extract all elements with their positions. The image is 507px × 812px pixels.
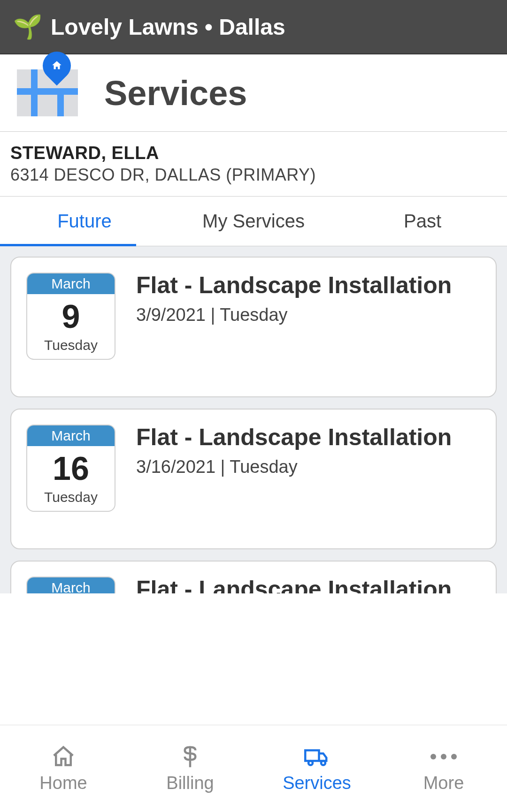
services-list[interactable]: March 9 Tuesday Flat - Landscape Install… <box>0 246 507 593</box>
brand-title: Lovely Lawns • Dallas <box>51 14 285 40</box>
nav-services-label: Services <box>283 773 351 793</box>
date-month: March <box>27 273 115 294</box>
date-day: 16 <box>27 446 115 487</box>
customer-name: STEWARD, ELLA <box>10 143 497 163</box>
date-chip: March 16 Tuesday <box>26 425 115 512</box>
date-day: 9 <box>27 294 115 335</box>
date-weekday: Tuesday <box>27 487 115 511</box>
map-pin-icon <box>17 69 78 116</box>
truck-icon <box>304 744 330 769</box>
service-info: Flat - Landscape Installation 3/16/2021 … <box>136 425 452 533</box>
service-meta: 3/16/2021 | Tuesday <box>136 457 452 477</box>
nav-home[interactable]: Home <box>0 725 127 812</box>
service-title: Flat - Landscape Installation <box>136 425 452 450</box>
service-card[interactable]: March 9 Tuesday Flat - Landscape Install… <box>10 257 497 397</box>
nav-billing[interactable]: Billing <box>127 725 254 812</box>
nav-more[interactable]: More <box>380 725 507 812</box>
service-card[interactable]: March 16 Tuesday Flat - Landscape Instal… <box>10 409 497 549</box>
svg-point-1 <box>308 761 313 765</box>
tab-my-services[interactable]: My Services <box>169 197 338 246</box>
svg-rect-0 <box>305 751 319 761</box>
tab-past[interactable]: Past <box>338 197 507 246</box>
svg-point-2 <box>321 761 325 765</box>
page-title: Services <box>104 73 247 113</box>
date-month: March <box>27 577 115 593</box>
service-card[interactable]: March 23 Tuesday Flat - Landscape Instal… <box>10 561 497 593</box>
more-icon <box>430 744 457 769</box>
nav-more-label: More <box>423 773 464 793</box>
customer-block[interactable]: STEWARD, ELLA 6314 DESCO DR, DALLAS (PRI… <box>0 131 507 197</box>
tabs: Future My Services Past <box>0 197 507 246</box>
service-info: Flat - Landscape Installation 3/23/2021 … <box>136 577 452 593</box>
service-meta: 3/9/2021 | Tuesday <box>136 305 452 325</box>
top-bar: 🌱 Lovely Lawns • Dallas <box>0 0 507 54</box>
service-info: Flat - Landscape Installation 3/9/2021 |… <box>136 273 452 381</box>
service-title: Flat - Landscape Installation <box>136 577 452 593</box>
tab-future[interactable]: Future <box>0 197 169 246</box>
date-month: March <box>27 425 115 446</box>
nav-billing-label: Billing <box>166 773 214 793</box>
page-header: Services <box>0 54 507 131</box>
date-chip: March 23 Tuesday <box>26 577 115 593</box>
date-chip: March 9 Tuesday <box>26 273 115 360</box>
service-title: Flat - Landscape Installation <box>136 273 452 298</box>
bottom-nav: Home Billing Services More <box>0 725 507 812</box>
date-weekday: Tuesday <box>27 335 115 359</box>
home-icon <box>51 744 76 769</box>
customer-address: 6314 DESCO DR, DALLAS (PRIMARY) <box>10 165 497 185</box>
nav-services[interactable]: Services <box>254 725 380 812</box>
nav-home-label: Home <box>39 773 87 793</box>
seedling-icon: 🌱 <box>13 13 42 40</box>
dollar-icon <box>177 744 203 769</box>
